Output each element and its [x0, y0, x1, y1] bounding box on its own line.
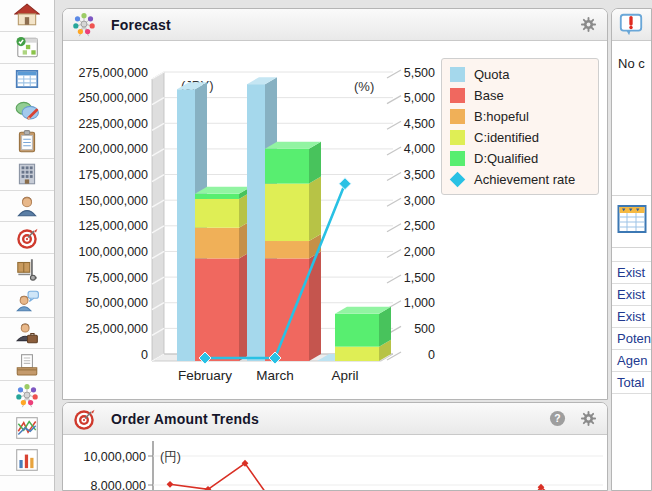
- target-icon: [14, 225, 40, 251]
- line-chart-icon: [14, 415, 40, 441]
- forecast-panel-header: Forecast: [63, 9, 607, 41]
- left-axis-tick: 150,000,000: [78, 194, 148, 208]
- no-data-text: No c: [618, 56, 645, 71]
- forecast-title: Forecast: [111, 17, 171, 33]
- sidebar-item-documents[interactable]: [0, 349, 54, 381]
- gear-icon[interactable]: [580, 410, 597, 427]
- legend-swatch: [450, 172, 466, 188]
- legend-label: C:identified: [474, 130, 539, 145]
- document-tray-icon: [14, 352, 40, 378]
- svg-text:?: ?: [554, 413, 560, 424]
- right-link[interactable]: Agen: [612, 350, 652, 372]
- legend-swatch: [450, 151, 465, 166]
- sidebar-item-dashboard[interactable]: [0, 381, 54, 413]
- unit-right-label: (%): [354, 79, 374, 94]
- right-link[interactable]: Exist: [612, 284, 652, 306]
- order-trends-chart: 10,000,0008,000,000(円): [63, 435, 607, 490]
- left-axis-tick: 250,000,000: [78, 91, 148, 105]
- right-link[interactable]: Exist: [612, 306, 652, 328]
- right-axis-tick: 3,500: [404, 168, 435, 182]
- right-axis-slash: [387, 249, 401, 257]
- left-axis-tick: 225,000,000: [78, 117, 148, 131]
- target-icon: [69, 404, 99, 434]
- right-axis-tick: 5,500: [404, 66, 435, 80]
- calendar-check-icon: [14, 34, 40, 60]
- summary-table-icon[interactable]: [617, 203, 647, 239]
- clipboard-icon: [14, 129, 40, 155]
- right-axis-slash: [387, 224, 401, 232]
- y-axis-tick: 8,000,000: [90, 479, 146, 491]
- left-axis-tick: 200,000,000: [78, 142, 148, 156]
- bars-group: [177, 77, 391, 361]
- right-link[interactable]: Poten: [612, 328, 652, 350]
- right-axis-tick: 0: [428, 348, 435, 362]
- sidebar: [0, 0, 55, 491]
- legend-item: B:hopeful: [450, 106, 590, 127]
- sidebar-item-consulting[interactable]: [0, 286, 54, 318]
- legend-label: D:Qualified: [474, 151, 538, 166]
- gear-icon[interactable]: [580, 16, 597, 33]
- left-axis-tick: 0: [141, 348, 148, 362]
- right-axis-tick: 4,000: [404, 142, 435, 156]
- right-axis-tick: 1,500: [404, 271, 435, 285]
- help-icon[interactable]: ?: [549, 410, 566, 427]
- left-axis-tick: 275,000,000: [78, 66, 148, 80]
- sidebar-item-list-view[interactable]: [0, 64, 54, 96]
- legend-label: Base: [474, 88, 504, 103]
- legend-swatch: [450, 130, 465, 145]
- dashboard-wheel-icon: [14, 383, 40, 409]
- handtruck-icon: [14, 256, 40, 282]
- legend-label: Quota: [474, 67, 509, 82]
- y-axis-tick: 10,000,000: [83, 450, 146, 464]
- order-trends-panel: Order Amount Trends ? 10,000,0008,000,00…: [62, 402, 608, 491]
- x-axis-label: February: [178, 368, 232, 383]
- forecast-panel: Forecast 0025,000,00050050,000,0001,0007…: [62, 8, 608, 400]
- sidebar-item-home[interactable]: [0, 0, 54, 32]
- right-link[interactable]: Total: [612, 372, 652, 394]
- sidebar-item-schedule[interactable]: [0, 32, 54, 64]
- chat-memo-icon: [14, 98, 40, 124]
- legend-label: B:hopeful: [474, 109, 529, 124]
- right-axis-tick: 2,500: [404, 219, 435, 233]
- sidebar-item-contacts[interactable]: [0, 191, 54, 223]
- achievement-marker: [339, 178, 351, 190]
- right-axis-slash: [387, 96, 401, 104]
- right-axis-slash: [387, 173, 401, 181]
- sidebar-item-sales-rep[interactable]: [0, 318, 54, 350]
- left-axis-tick: 100,000,000: [78, 245, 148, 259]
- sidebar-item-deliveries[interactable]: [0, 254, 54, 286]
- bar-chart-icon: [14, 447, 40, 473]
- legend-swatch: [450, 88, 465, 103]
- businessman-icon: [14, 320, 40, 346]
- right-axis-slash: [387, 198, 401, 206]
- sidebar-item-reports[interactable]: [0, 95, 54, 127]
- forecast-legend: QuotaBaseB:hopefulC:identifiedD:Qualifie…: [441, 58, 599, 195]
- legend-item: Achievement rate: [450, 169, 590, 190]
- left-axis-tick: 75,000,000: [85, 271, 148, 285]
- sidebar-item-companies[interactable]: [0, 159, 54, 191]
- crm-dashboard: Forecast 0025,000,00050050,000,0001,0007…: [0, 0, 652, 491]
- forecast-wheel-icon: [69, 10, 99, 40]
- divider: [612, 195, 652, 196]
- sidebar-item-targets[interactable]: [0, 222, 54, 254]
- building-icon: [14, 161, 40, 187]
- home-icon: [14, 2, 40, 28]
- legend-item: D:Qualified: [450, 148, 590, 169]
- right-axis-tick: 500: [414, 322, 435, 336]
- right-axis-tick: 1,000: [404, 296, 435, 310]
- right-link[interactable]: Exist: [612, 262, 652, 284]
- sidebar-item-tasks[interactable]: [0, 127, 54, 159]
- sidebar-item-bar-graphs[interactable]: [0, 445, 54, 477]
- chart-left-wall: [152, 72, 164, 361]
- order-amount-line: [170, 463, 563, 490]
- left-axis-tick: 50,000,000: [85, 296, 148, 310]
- right-axis-tick: 2,000: [404, 245, 435, 259]
- legend-swatch: [450, 109, 465, 124]
- person-chat-icon: [14, 288, 40, 314]
- sidebar-item-line-graphs[interactable]: [0, 413, 54, 445]
- right-axis-slash: [387, 275, 401, 283]
- legend-item: Quota: [450, 64, 590, 85]
- right-axis-tick: 3,000: [404, 194, 435, 208]
- table-icon: [14, 66, 40, 92]
- divider: [612, 247, 652, 248]
